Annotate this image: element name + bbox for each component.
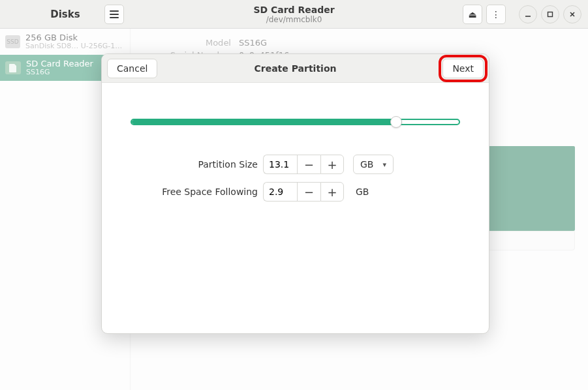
device-title: SD Card Reader (253, 5, 334, 15)
kebab-icon: ⋮ (491, 9, 501, 20)
header-center: SD Card Reader /dev/mmcblk0 (253, 5, 334, 24)
partition-size-increment[interactable]: + (320, 155, 344, 174)
partition-size-input[interactable] (263, 155, 297, 174)
form-rows: Partition Size − + GB ▾ Free Space Follo… (131, 155, 460, 202)
minimize-icon (524, 10, 532, 18)
cancel-button[interactable]: Cancel (107, 59, 157, 78)
minimize-button[interactable] (519, 5, 537, 23)
partition-size-row: Partition Size − + GB ▾ (131, 155, 460, 174)
free-space-decrement[interactable]: − (297, 182, 320, 202)
create-partition-dialog: Cancel Create Partition Next Partition S… (101, 53, 489, 334)
slider-thumb[interactable] (390, 116, 402, 128)
minus-icon: − (304, 185, 314, 199)
free-space-input[interactable] (263, 182, 297, 202)
free-space-row: Free Space Following − + GB (131, 182, 460, 202)
dialog-header: Cancel Create Partition Next (102, 54, 489, 83)
free-space-unit: GB (356, 187, 369, 197)
app-title: Disks (0, 8, 131, 20)
minus-icon: − (304, 158, 314, 172)
partition-size-stepper: − + (263, 155, 344, 174)
dialog-body: Partition Size − + GB ▾ Free Space Follo… (102, 83, 489, 202)
unit-selected-label: GB (360, 159, 373, 170)
header-right: ⏏ ⋮ (463, 5, 581, 24)
plus-icon: + (327, 158, 337, 172)
next-button[interactable]: Next (442, 59, 484, 78)
close-icon (568, 10, 576, 18)
app-header: Disks SD Card Reader /dev/mmcblk0 ⏏ ⋮ (0, 0, 588, 29)
close-button[interactable] (563, 5, 581, 23)
plus-icon: + (327, 185, 337, 199)
eject-icon: ⏏ (468, 9, 476, 20)
unit-select[interactable]: GB ▾ (353, 155, 394, 174)
partition-size-decrement[interactable]: − (297, 155, 320, 174)
eject-button[interactable]: ⏏ (463, 5, 482, 24)
maximize-icon (546, 10, 554, 18)
kebab-button[interactable]: ⋮ (486, 5, 506, 24)
free-space-label: Free Space Following (131, 187, 258, 197)
dialog-title: Create Partition (102, 63, 489, 74)
free-space-stepper: − + (263, 182, 344, 202)
size-slider[interactable] (131, 115, 460, 128)
partition-size-label: Partition Size (131, 159, 258, 170)
free-space-increment[interactable]: + (320, 182, 344, 202)
chevron-down-icon: ▾ (382, 160, 386, 169)
device-path: /dev/mmcblk0 (253, 15, 334, 24)
svg-rect-1 (548, 12, 553, 16)
maximize-button[interactable] (541, 5, 559, 23)
slider-fill (132, 120, 402, 124)
